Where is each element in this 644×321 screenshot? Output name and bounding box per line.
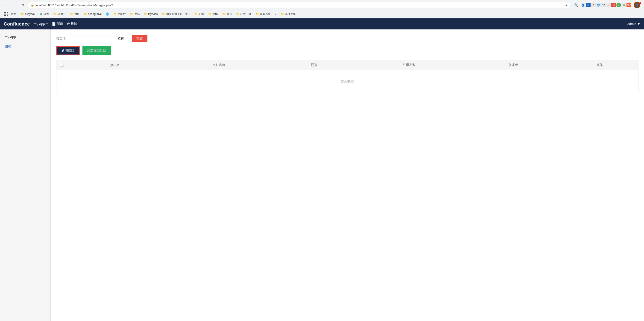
browser-chrome: ← → ↻ 🔒 localhost:8081/doc/html/port/lis… [0, 0, 644, 18]
delete-icon: 🗑 [67, 22, 70, 26]
ext-icon-3[interactable]: 📍 [591, 3, 596, 7]
table-body: 暂无数据 [56, 70, 638, 93]
search-bar: 接口名 查询 重置 [56, 35, 638, 42]
confluence-logo: Confluence [4, 21, 30, 27]
browser-toolbar: ← → ↻ 🔒 localhost:8081/doc/html/port/lis… [0, 0, 644, 10]
lock-icon: 🔒 [31, 3, 34, 7]
ext-icon-2[interactable]: E [586, 3, 590, 7]
empty-row: 暂无数据 [56, 70, 638, 93]
main-layout: my app 测试 接口名 查询 重置 新增接口 添加接口到组 [0, 29, 644, 321]
bookmark-more[interactable]: » [273, 12, 278, 16]
address-bar[interactable]: 🔒 localhost:8081/doc/html/port/list?menu… [28, 2, 571, 8]
url-text: localhost:8081/doc/html/port/list?menuId… [36, 3, 564, 7]
table-col-creator: 创建者 [466, 60, 561, 70]
data-table: 接口名 文件名称 已选 引用次数 创建者 操作 暂无数据 [56, 60, 638, 93]
notification-dot [639, 2, 641, 4]
table-header: 接口名 文件名称 已选 引用次数 创建者 操作 [56, 60, 638, 70]
ext-icon-10[interactable]: PDF [626, 3, 631, 7]
ext-icon-9[interactable]: 🛡 [622, 3, 626, 7]
app-name-nav-text: my app [34, 22, 45, 26]
search-icon-btn[interactable]: 🔍 [572, 2, 579, 8]
select-all-checkbox[interactable] [60, 63, 64, 66]
bookmark-tools[interactable]: 📁 在线工具 [234, 11, 253, 17]
forward-button[interactable]: → [11, 2, 18, 8]
grid-icon [4, 12, 8, 16]
admin-chevron-icon: ▼ [637, 22, 640, 26]
new-button-label: 新建 [57, 22, 63, 26]
sidebar: my app 测试 [0, 29, 51, 321]
ext-icon-4[interactable]: 🌐 [596, 3, 601, 7]
sidebar-item-test-label: 测试 [4, 44, 11, 48]
bookmark-apps[interactable]: 应用 [9, 11, 18, 17]
ext-icon-1[interactable]: 👤 [581, 3, 586, 7]
table-col-references: 引用次数 [353, 60, 466, 70]
browser-actions: 🔍 [572, 2, 579, 8]
bookmark-linux[interactable]: 📁 linux [206, 12, 220, 16]
ext-icon-6[interactable]: 📈 [606, 3, 611, 7]
table-col-checkbox [56, 60, 68, 70]
bookmark-settings[interactable]: ⚙️ 设置 [38, 11, 51, 17]
browser-extensions: 👤 E 📍 🌐 🛡 📈 ✕ V 🛡 PDF 👤 [581, 2, 641, 8]
ext-icon-5[interactable]: 🛡 [601, 3, 606, 7]
top-nav: Confluence my app ▼ 📄 新建 🗑 删除 admin ▼ [0, 18, 644, 29]
reset-button[interactable]: 重置 [132, 35, 148, 42]
table-col-operations: 操作 [560, 60, 638, 70]
new-doc-icon: 📄 [52, 22, 56, 26]
bookmark-backend[interactable]: 📁 后台 [220, 11, 234, 17]
chevron-down-icon: ▼ [46, 23, 48, 25]
ext-icon-8[interactable]: V [616, 3, 621, 7]
bookmark-busybox[interactable]: 📁 busybox [19, 12, 37, 16]
bookmark-bookmarks[interactable]: 📁 书签栏 [112, 11, 128, 17]
table-col-interface-name: 接口名 [68, 60, 162, 70]
table-header-row: 接口名 文件名称 已选 引用次数 创建者 操作 [56, 60, 638, 70]
table-col-selected: 已选 [276, 60, 353, 70]
add-interface-button[interactable]: 新增接口 [56, 46, 80, 55]
nav-actions: 📄 新建 🗑 删除 [52, 22, 78, 26]
new-button[interactable]: 📄 新建 [52, 22, 63, 26]
admin-label: admin [628, 22, 636, 26]
back-button[interactable]: ← [3, 2, 9, 8]
bookmark-globe[interactable]: 🌐 [104, 12, 111, 16]
bookmark-springmvc[interactable]: 📁 spring-mvc [82, 12, 104, 16]
sidebar-item-test[interactable]: 测试 [0, 42, 50, 50]
bookmark-star-icon[interactable]: ★ [565, 3, 568, 7]
table-col-filename: 文件名称 [162, 60, 276, 70]
add-to-group-button[interactable]: 添加接口到组 [82, 46, 111, 55]
search-label: 接口名 [56, 36, 66, 41]
refresh-button[interactable]: ↻ [19, 2, 26, 8]
bookmarks-bar: 应用 📁 busybox ⚙️ 设置 📁 阿里云 📁 驾校 📁 spring-m… [0, 10, 644, 18]
bookmark-frontend[interactable]: 📁 前端 [192, 11, 206, 17]
empty-text: 暂无数据 [56, 70, 638, 93]
admin-button[interactable]: admin ▼ [628, 22, 640, 26]
bookmark-aliyun[interactable]: 📁 阿里云 [51, 11, 68, 17]
app-container: Confluence my app ▼ 📄 新建 🗑 删除 admin ▼ my… [0, 18, 644, 321]
bookmark-reinstall[interactable]: 📁 重装系统 [254, 11, 273, 17]
sidebar-app-title: my app [0, 33, 50, 42]
bookmark-mybatis[interactable]: 📁 mybatis [142, 12, 160, 16]
bookmark-other[interactable]: 📁 其他书签 [279, 11, 298, 17]
ext-icon-7[interactable]: ✕ [611, 3, 616, 7]
content-area: 接口名 查询 重置 新增接口 添加接口到组 接口名 文件名称 [51, 29, 644, 321]
bookmark-jiaxiao[interactable]: 📁 驾校 [68, 11, 82, 17]
search-input[interactable] [69, 35, 110, 42]
apps-grid-button[interactable] [3, 11, 9, 17]
app-name-nav-item[interactable]: my app ▼ [34, 22, 48, 26]
delete-button[interactable]: 🗑 删除 [67, 22, 78, 26]
query-button[interactable]: 查询 [113, 35, 129, 42]
action-buttons: 新增接口 添加接口到组 [56, 46, 638, 55]
delete-button-label: 删除 [71, 22, 78, 26]
bookmark-life[interactable]: 📁 生活 [128, 11, 142, 17]
bookmark-taobao[interactable]: 📁 淘宝开放平台 - 文... [160, 11, 192, 17]
